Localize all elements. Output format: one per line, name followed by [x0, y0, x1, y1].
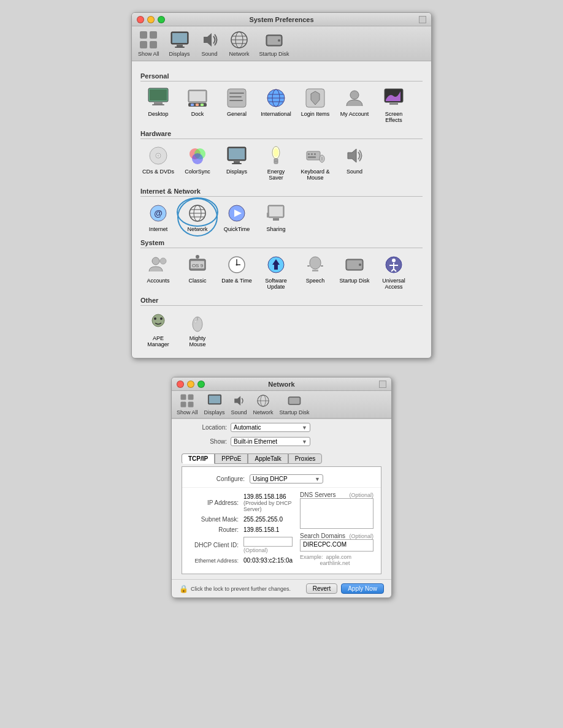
accounts-icon: [147, 254, 169, 276]
location-select[interactable]: Automatic ▼: [231, 423, 310, 432]
pref-speech[interactable]: Speech: [297, 252, 333, 292]
login-items-icon: [304, 87, 326, 109]
apply-now-button[interactable]: Apply Now: [341, 583, 384, 594]
toolbar-network[interactable]: Network: [229, 30, 250, 57]
network-ip-col: IP Address: 139.85.158.186 (Provided by …: [190, 491, 293, 566]
show-select[interactable]: Built-in Ethernet ▼: [231, 437, 310, 446]
network-resize-handle[interactable]: [379, 381, 386, 388]
toolbar-sound[interactable]: Sound: [200, 30, 220, 57]
search-value[interactable]: DIRECPC.COM: [300, 539, 373, 552]
system-section-label: System: [140, 239, 423, 248]
net-toolbar-network[interactable]: Network: [253, 393, 274, 415]
pref-cds-dvds[interactable]: CDs & DVDs: [140, 143, 176, 183]
tab-appletalk[interactable]: AppleTalk: [248, 453, 288, 464]
pref-dock[interactable]: Dock: [180, 85, 215, 125]
pref-desktop[interactable]: Desktop: [140, 85, 176, 125]
pref-classic[interactable]: OS 9 Classic: [180, 252, 215, 292]
startup-disk-toolbar-icon: [264, 30, 284, 50]
svg-rect-1: [150, 31, 157, 39]
pref-date-time[interactable]: Date & Time: [219, 252, 255, 292]
network-pref-icon: [186, 202, 209, 224]
sharing-label: Sharing: [266, 226, 285, 232]
lock-icon: 🔒: [179, 585, 188, 593]
traffic-lights: [137, 16, 165, 23]
tab-pppoe[interactable]: PPPoE: [215, 453, 248, 464]
svg-rect-20: [152, 104, 164, 105]
pref-general[interactable]: General: [219, 85, 255, 125]
other-section-label: Other: [140, 297, 423, 306]
net-toolbar-displays[interactable]: Displays: [204, 393, 225, 415]
system-preferences-window: System Preferences Show All: [131, 12, 432, 358]
pref-mighty-mouse[interactable]: Mighty Mouse: [180, 309, 215, 349]
configure-label: Configure:: [190, 476, 245, 482]
network-zoom-button[interactable]: [197, 381, 205, 388]
resize-handle[interactable]: [419, 16, 426, 23]
svg-rect-49: [232, 163, 242, 164]
svg-rect-72: [269, 207, 283, 216]
svg-text:OS 9: OS 9: [192, 263, 204, 268]
dhcp-optional: (Optional): [243, 547, 293, 553]
zoom-button[interactable]: [158, 16, 165, 23]
toolbar-displays[interactable]: Displays: [169, 30, 190, 57]
toolbar-startup-disk[interactable]: Startup Disk: [259, 30, 289, 57]
pref-accounts[interactable]: Accounts: [140, 252, 176, 292]
hardware-section-label: Hardware: [140, 130, 423, 139]
svg-point-102: [160, 317, 163, 320]
pref-my-account[interactable]: My Account: [337, 85, 372, 125]
pref-internet[interactable]: @ Internet: [140, 200, 176, 234]
net-toolbar-show-all[interactable]: Show All: [177, 393, 198, 415]
pref-startup-disk-sys[interactable]: Startup Disk: [337, 252, 372, 292]
network-toolbar-label: Network: [229, 51, 250, 57]
network-dns-col: DNS Servers (Optional) Search Domains (O…: [300, 491, 373, 566]
pref-sound[interactable]: Sound: [337, 143, 372, 183]
pref-keyboard-mouse[interactable]: Keyboard & Mouse: [297, 143, 333, 183]
network-close-button[interactable]: [177, 381, 184, 388]
pref-ape-manager[interactable]: APE Manager: [140, 309, 176, 349]
pref-sharing[interactable]: Sharing: [258, 200, 294, 234]
dns-input[interactable]: [300, 498, 373, 529]
dock-icon: [186, 87, 209, 109]
location-value: Automatic: [234, 424, 261, 431]
svg-point-75: [152, 257, 159, 265]
classic-icon: OS 9: [186, 254, 209, 276]
ethernet-row: Ethernet Address: 00:03:93:c2:15:0a: [190, 555, 293, 566]
net-show-all-label: Show All: [177, 409, 198, 415]
close-button[interactable]: [137, 16, 144, 23]
pref-universal-access[interactable]: Universal Access: [376, 252, 412, 292]
tab-tcpip[interactable]: TCP/IP: [182, 453, 215, 464]
pref-screen-effects[interactable]: Screen Effects: [376, 85, 412, 125]
dock-label: Dock: [191, 111, 204, 117]
revert-button[interactable]: Revert: [306, 583, 337, 594]
show-arrow: ▼: [302, 439, 307, 445]
pref-software-update[interactable]: Software Update: [258, 252, 294, 292]
toolbar-show-all[interactable]: Show All: [138, 30, 159, 57]
pref-international[interactable]: International: [258, 85, 294, 125]
svg-rect-29: [229, 96, 242, 97]
location-label: Location:: [190, 424, 227, 431]
mighty-mouse-label: Mighty Mouse: [182, 335, 213, 347]
configure-select[interactable]: Using DHCP ▼: [250, 474, 323, 483]
pref-login-items[interactable]: Login Items: [297, 85, 333, 125]
ip-label: IP Address:: [190, 499, 239, 506]
svg-point-84: [236, 264, 238, 266]
tab-proxies[interactable]: Proxies: [288, 453, 322, 464]
svg-point-51: [274, 148, 278, 157]
pref-displays[interactable]: Displays: [219, 143, 255, 183]
energy-saver-label: Energy Saver: [260, 169, 292, 181]
net-show-all-icon: [180, 393, 194, 408]
pref-energy-saver[interactable]: Energy Saver: [258, 143, 294, 183]
net-toolbar-startup[interactable]: Startup Disk: [280, 393, 310, 415]
configure-row: Configure: Using DHCP ▼: [182, 472, 381, 486]
network-toolbar-icon: [229, 30, 249, 50]
quicktime-icon: [226, 202, 248, 224]
network-minimize-button[interactable]: [187, 381, 194, 388]
svg-point-93: [359, 264, 361, 266]
net-startup-label: Startup Disk: [280, 409, 310, 415]
net-toolbar-sound[interactable]: Sound: [231, 393, 247, 415]
syspref-toolbar: Show All Displays: [132, 26, 431, 61]
pref-quicktime[interactable]: QuickTime: [219, 200, 255, 234]
pref-network[interactable]: Network: [180, 200, 215, 234]
minimize-button[interactable]: [147, 16, 155, 23]
pref-colorsync[interactable]: ColorSync: [180, 143, 215, 183]
dhcp-input[interactable]: [243, 537, 293, 547]
